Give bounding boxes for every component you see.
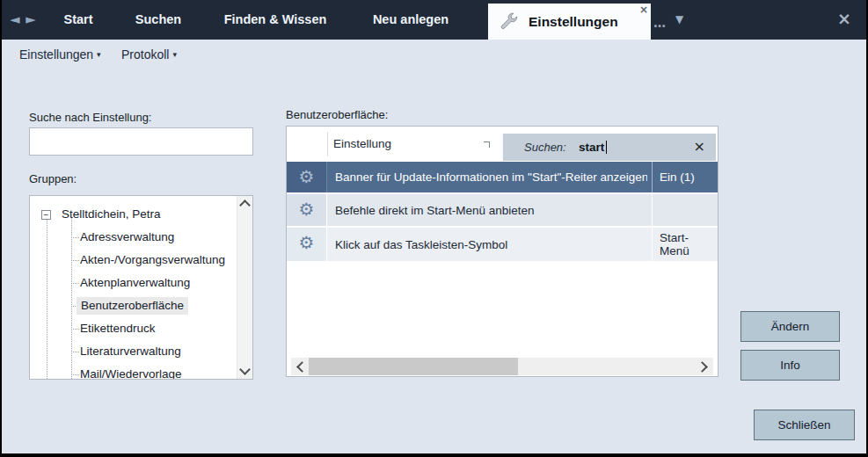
history-navigation: ◄ ► [9, 0, 37, 40]
application-window: ◄ ► Start Suchen Finden & Wissen Neu anl… [0, 0, 868, 457]
setting-icon-cell: ⚙ [287, 228, 327, 261]
menu-einstellungen[interactable]: Einstellungen▾ [19, 40, 101, 69]
tree-stub [71, 352, 79, 352]
aendern-button[interactable]: Ändern [740, 311, 840, 342]
tab-suchen[interactable]: Suchen [130, 0, 186, 40]
setting-name: Banner für Update-Informationen im "Star… [335, 162, 647, 192]
table-search-overlay: Suchen: start × [501, 134, 716, 161]
tab-neu-anlegen[interactable]: Neu anlegen [368, 0, 454, 40]
setting-value: Start-Menü [652, 228, 718, 261]
scroll-left-icon[interactable] [296, 361, 308, 373]
column-separator [327, 132, 328, 156]
setting-value: Ein (1) [652, 162, 718, 192]
tab-overflow-ellipsis[interactable]: … [653, 16, 667, 30]
tree-item-benutzeroberflaeche[interactable]: Benutzeroberfläche [77, 297, 188, 315]
tree-guide-line [47, 214, 47, 379]
search-setting-label: Suche nach Einstellung: [29, 111, 151, 124]
tab-finden-wissen[interactable]: Finden & Wissen [221, 0, 330, 40]
text-caret [606, 141, 607, 154]
chevron-down-icon: ▾ [172, 50, 177, 59]
tab-start[interactable]: Start [56, 0, 100, 40]
vertical-scrollbar[interactable] [237, 196, 252, 379]
tab-einstellungen[interactable]: Einstellungen × [488, 4, 651, 40]
horizontal-scrollbar-thumb[interactable] [309, 358, 518, 375]
tree-stub [71, 260, 79, 261]
setting-name: Befehle direkt im Start-Menü anbieten [335, 194, 647, 226]
sort-ascending-icon[interactable] [484, 141, 490, 148]
tree-item-mail-wiedervorlage[interactable]: Mail/Wiedervorlage [80, 366, 182, 380]
column-header-einstellung[interactable]: Einstellung [333, 127, 391, 162]
tab-bar: ◄ ► Start Suchen Finden & Wissen Neu anl… [2, 0, 866, 40]
tree-item-root[interactable]: Stelltdichein, Petra [62, 206, 161, 223]
tree-guide-line [71, 217, 72, 379]
window-close-icon[interactable]: × [837, 0, 851, 38]
tree-stub [71, 329, 79, 330]
tab-list-dropdown-icon[interactable]: ▼ [675, 0, 683, 40]
menu-protokoll[interactable]: Protokoll▾ [121, 40, 177, 69]
chevron-down-icon: ▾ [97, 50, 101, 59]
menu-protokoll-label: Protokoll [121, 47, 169, 62]
table-search-label: Suchen: [524, 134, 566, 161]
scroll-right-icon[interactable] [697, 361, 708, 373]
forward-icon[interactable]: ► [26, 11, 36, 27]
setting-icon-cell: ⚙ [287, 194, 327, 226]
tree-collapse-icon[interactable]: − [41, 210, 51, 220]
setting-icon-cell: ⚙ [287, 162, 327, 192]
info-button[interactable]: Info [740, 350, 840, 381]
tree-stub [71, 374, 79, 375]
groups-tree: − Stelltdichein, Petra Adressverwaltung … [29, 195, 253, 380]
search-setting-input[interactable] [29, 127, 253, 156]
scroll-down-icon[interactable] [239, 364, 251, 375]
tree-item-aktenplanverwaltung[interactable]: Aktenplanverwaltung [80, 274, 190, 292]
tree-item-adressverwaltung[interactable]: Adressverwaltung [80, 228, 174, 246]
table-row-taskleisten-symbol[interactable]: ⚙ Klick auf das Taskleisten-Symbol Start… [287, 228, 718, 263]
setting-name: Klick auf das Taskleisten-Symbol [335, 228, 647, 261]
gear-icon: ⚙ [299, 232, 315, 253]
groups-label: Gruppen: [29, 172, 77, 185]
table-row-banner-update[interactable]: ⚙ Banner für Update-Informationen im "St… [287, 162, 718, 194]
search-close-icon[interactable]: × [694, 134, 705, 160]
tab-close-icon[interactable]: × [639, 3, 648, 17]
tree-stub [71, 237, 79, 238]
scroll-up-icon[interactable] [239, 199, 251, 211]
wrench-icon [499, 12, 518, 32]
menu-einstellungen-label: Einstellungen [19, 47, 93, 62]
settings-table: Einstellung Suchen: start × ⚙ Banner für… [286, 126, 718, 377]
setting-value [652, 194, 718, 226]
tree-stub [71, 283, 79, 284]
schliessen-button[interactable]: Schließen [754, 410, 855, 440]
tree-item-akten-vorgangsverwaltung[interactable]: Akten-/Vorgangsverwaltung [80, 251, 225, 269]
table-search-input[interactable]: start [579, 134, 604, 161]
tree-item-literaturverwaltung[interactable]: Literaturverwaltung [80, 343, 181, 360]
horizontal-scrollbar[interactable] [291, 358, 713, 375]
benutzeroberflaeche-section-label: Benutzeroberfläche: [286, 108, 388, 121]
gear-icon: ⚙ [299, 199, 315, 220]
tree-item-etikettendruck[interactable]: Etikettendruck [80, 320, 156, 337]
table-row-befehle-startmenu[interactable]: ⚙ Befehle direkt im Start-Menü anbieten [287, 194, 718, 228]
back-icon[interactable]: ◄ [10, 11, 20, 27]
tab-einstellungen-label: Einstellungen [529, 4, 618, 40]
gear-icon: ⚙ [299, 166, 315, 187]
